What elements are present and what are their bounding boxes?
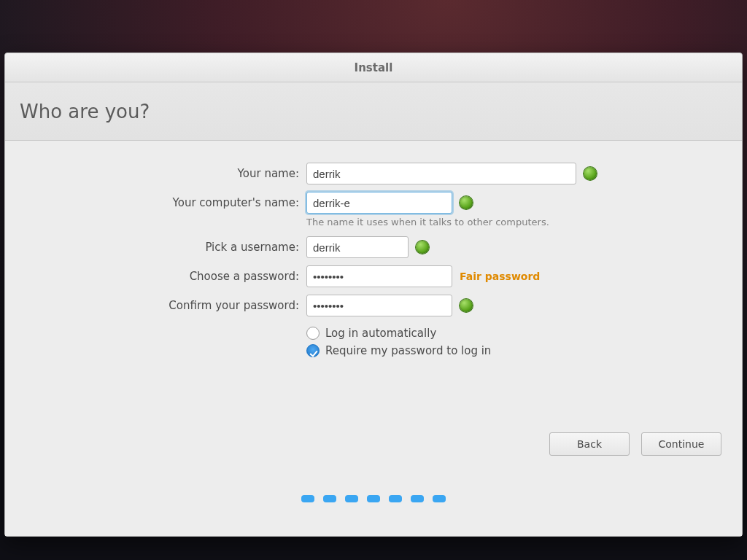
back-button[interactable]: Back [549, 432, 630, 456]
continue-button[interactable]: Continue [641, 432, 721, 456]
progress-dot [301, 495, 314, 502]
label-username: Pick a username: [5, 241, 301, 254]
computer-name-input[interactable] [306, 192, 452, 214]
login-require-option[interactable]: Require my password to log in [306, 344, 742, 357]
form-area: Your name: Your computer's name: The nam… [5, 141, 742, 536]
login-require-label: Require my password to log in [325, 344, 491, 357]
label-your-name: Your name: [5, 167, 301, 180]
progress-dot [389, 495, 402, 502]
label-computer-name: Your computer's name: [5, 196, 301, 209]
check-icon [460, 196, 473, 209]
label-password: Choose a password: [5, 270, 301, 283]
radio-checked-icon [306, 344, 320, 357]
progress-dot [433, 495, 446, 502]
window-title: Install [355, 61, 393, 74]
installer-window: Install Who are you? Your name: Your com… [4, 52, 743, 537]
check-icon [584, 167, 597, 180]
login-auto-label: Log in automatically [325, 327, 436, 340]
page-heading: Who are you? [20, 101, 150, 122]
check-icon [416, 241, 429, 254]
progress-dot [367, 495, 380, 502]
progress-indicator [5, 495, 742, 502]
progress-dot [345, 495, 358, 502]
login-auto-option[interactable]: Log in automatically [306, 327, 742, 340]
progress-dot [323, 495, 336, 502]
password-input[interactable] [306, 265, 452, 287]
window-titlebar: Install [5, 53, 742, 82]
password-strength: Fair password [460, 271, 540, 282]
your-name-input[interactable] [306, 163, 576, 184]
username-input[interactable] [306, 236, 409, 258]
progress-dot [411, 495, 424, 502]
page-subheader: Who are you? [5, 82, 742, 141]
desktop-background: Install Who are you? Your name: Your com… [0, 0, 747, 560]
check-icon [460, 299, 473, 312]
computer-name-hint: The name it uses when it talks to other … [306, 217, 742, 228]
label-confirm-password: Confirm your password: [5, 299, 301, 312]
confirm-password-input[interactable] [306, 295, 452, 316]
radio-icon [306, 327, 320, 340]
